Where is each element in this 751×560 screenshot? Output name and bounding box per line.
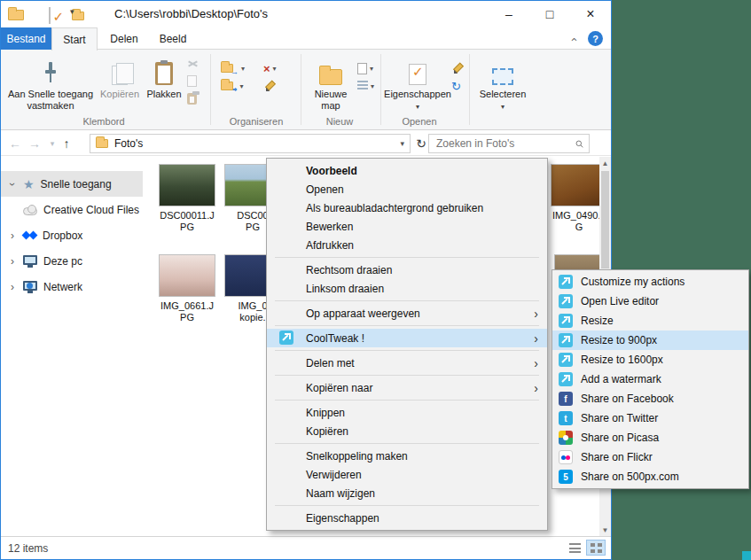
items-count: 12 items — [8, 542, 48, 555]
submenu-item-watermark[interactable]: Add a watermark — [552, 369, 748, 389]
scroll-up-icon[interactable]: ▲ — [599, 157, 611, 169]
picasa-icon — [559, 431, 573, 445]
refresh-icon[interactable]: ↻ — [412, 135, 430, 152]
pin-quick-access-button[interactable]: Aan Snelle toegang vastmaken — [4, 51, 97, 112]
select-button[interactable]: Selecteren ▾ — [476, 51, 529, 113]
copy-to-button[interactable]: ⇒▾ — [221, 80, 245, 92]
sidebar-item-this-pc[interactable]: › Deze pc — [1, 248, 143, 274]
menu-item-cooltweak[interactable]: CoolTweak !› — [267, 329, 547, 347]
cooltweak-icon — [559, 372, 573, 386]
details-view-button[interactable] — [565, 540, 584, 556]
up-icon[interactable]: ↑ — [58, 135, 75, 152]
menu-item-kopieren[interactable]: Kopiëren — [267, 422, 547, 440]
title-bar[interactable]: ▾ C:\Users\robbi\Desktop\Foto's – □ × — [1, 1, 611, 27]
copy-button[interactable]: Kopiëren — [98, 51, 141, 100]
move-to-button[interactable]: →▾ — [221, 62, 245, 74]
sidebar-item-dropbox[interactable]: › Dropbox — [1, 222, 143, 248]
file-thumbnail[interactable] — [159, 164, 215, 206]
easy-access-button[interactable]: ▾ — [357, 80, 374, 92]
submenu-item-share-picasa[interactable]: Share on Picasa — [552, 428, 748, 447]
network-icon — [23, 281, 37, 291]
menu-item-snelkoppeling-maken[interactable]: Snelkoppeling maken — [267, 447, 547, 465]
chevron-right-icon[interactable]: › — [8, 255, 17, 268]
submenu-item-resize-1600[interactable]: Resize to 1600px — [552, 350, 748, 369]
file-img0661[interactable]: IMG_0661.JPG — [159, 254, 215, 323]
cut-button[interactable] — [187, 57, 199, 69]
submenu-item-resize-900[interactable]: Resize to 900px — [552, 331, 748, 350]
dropbox-icon — [23, 229, 36, 242]
scroll-down-icon[interactable]: ▼ — [599, 524, 611, 536]
back-icon[interactable]: ← — [6, 135, 24, 152]
history-button[interactable]: ↻ — [451, 80, 462, 92]
tab-bestand[interactable]: Bestand — [1, 27, 51, 50]
submenu-item-resize[interactable]: Resize — [552, 311, 748, 331]
minimize-button[interactable]: – — [489, 1, 529, 27]
sidebar-item-label: Dropbox — [43, 229, 82, 242]
submenu-item-share-facebook[interactable]: Share on Facebook — [552, 389, 748, 408]
delete-button[interactable]: ×▾ — [263, 62, 277, 74]
submenu-item-share-twitter[interactable]: Share on Twitter — [552, 408, 748, 428]
search-input[interactable] — [434, 136, 575, 151]
paste-icon — [155, 57, 173, 85]
chevron-right-icon[interactable]: › — [8, 229, 17, 242]
address-dropdown-icon[interactable]: ▾ — [400, 139, 404, 148]
menu-item-eigenschappen[interactable]: Eigenschappen — [267, 509, 547, 527]
sidebar-item-quick-access[interactable]: › ★ Snelle toegang — [1, 171, 143, 197]
status-bar: 12 items — [1, 536, 611, 559]
tab-start[interactable]: Start — [51, 27, 98, 51]
qat-customize-dropdown-icon[interactable]: ▾ — [70, 7, 74, 16]
paste-shortcut-button[interactable] — [187, 92, 199, 105]
menu-item-achtergrond[interactable]: Als bureaubladachtergrond gebruiken — [267, 198, 547, 217]
menu-item-linksom-draaien[interactable]: Linksom draaien — [267, 279, 547, 298]
sidebar-item-creative-cloud[interactable]: Creative Cloud Files — [1, 197, 143, 222]
menu-item-openen[interactable]: Openen — [267, 180, 547, 198]
submenu-item-share-500px[interactable]: Share on 500px.com — [552, 467, 748, 486]
tab-beeld[interactable]: Beeld — [150, 27, 196, 50]
menu-item-kopieren-naar[interactable]: Kopiëren naar› — [267, 378, 547, 397]
new-folder-label: Nieuwe map — [306, 89, 356, 112]
qat-properties-icon[interactable] — [49, 7, 51, 24]
close-button[interactable]: × — [570, 1, 611, 27]
menu-item-naam-wijzigen[interactable]: Naam wijzigen — [267, 484, 547, 502]
new-item-button[interactable]: ▾ — [357, 62, 374, 74]
chevron-right-icon[interactable]: › — [8, 281, 17, 293]
maximize-button[interactable]: □ — [529, 1, 570, 27]
submenu-item-customize[interactable]: Customize my actions — [552, 272, 748, 292]
file-dsc00011[interactable]: DSC00011.JPG — [159, 164, 215, 233]
menu-item-knippen[interactable]: Knippen — [267, 403, 547, 422]
forward-icon[interactable]: → — [26, 135, 43, 152]
paste-button[interactable]: Plakken — [143, 51, 185, 100]
menu-item-afdrukken[interactable]: Afdrukken — [267, 236, 547, 254]
tab-delen[interactable]: Delen — [102, 27, 146, 50]
search-box[interactable] — [428, 134, 590, 153]
submenu-item-share-flickr[interactable]: Share on Flickr — [552, 447, 748, 467]
paste-button-label: Plakken — [146, 89, 181, 100]
menu-item-delen-met[interactable]: Delen met› — [267, 354, 547, 372]
scissors-icon — [187, 58, 199, 68]
scrollbar-thumb[interactable] — [601, 171, 609, 268]
address-box[interactable]: Foto's ▾ — [90, 134, 411, 153]
thumbnail-view-button[interactable] — [586, 540, 606, 556]
menu-item-op-apparaat-weergeven[interactable]: Op apparaat weergeven› — [267, 304, 547, 323]
copy-path-button[interactable] — [187, 74, 199, 87]
submenu-arrow-icon: › — [534, 331, 538, 346]
new-folder-button[interactable]: Nieuwe map — [306, 51, 356, 112]
properties-button[interactable]: Eigenschappen ▾ — [386, 51, 450, 113]
rename-button[interactable] — [263, 80, 277, 92]
navigation-pane: › ★ Snelle toegang Creative Cloud Files … — [1, 157, 143, 536]
properties-label: Eigenschappen — [384, 89, 451, 100]
menu-item-voorbeeld[interactable]: Voorbeeld — [267, 161, 547, 180]
ribbon-collapse-icon[interactable]: › — [565, 31, 581, 47]
sidebar-item-network[interactable]: › Netwerk — [1, 274, 143, 299]
context-menu: Voorbeeld Openen Als bureaubladachtergro… — [266, 158, 548, 531]
chevron-down-icon[interactable]: › — [8, 178, 17, 191]
menu-item-bewerken[interactable]: Bewerken — [267, 217, 547, 236]
menu-separator — [275, 350, 539, 351]
menu-item-verwijderen[interactable]: Verwijderen — [267, 465, 547, 484]
menu-item-rechtsom-draaien[interactable]: Rechtsom draaien — [267, 261, 547, 279]
properties-dropdown-icon: ▾ — [416, 101, 419, 113]
file-thumbnail[interactable] — [159, 254, 215, 297]
submenu-item-live-editor[interactable]: Open Live editor — [552, 292, 748, 311]
help-icon[interactable]: ? — [588, 31, 603, 46]
edit-button[interactable] — [451, 62, 462, 74]
